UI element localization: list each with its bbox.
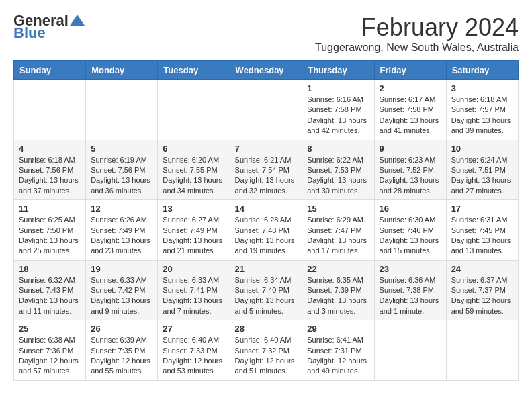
calendar-cell	[230, 80, 302, 140]
logo-icon	[70, 15, 85, 26]
day-info: Sunrise: 6:31 AM Sunset: 7:45 PM Dayligh…	[451, 215, 513, 257]
day-number: 29	[307, 324, 369, 334]
day-info: Sunrise: 6:18 AM Sunset: 7:57 PM Dayligh…	[451, 95, 513, 136]
calendar-cell: 6Sunrise: 6:20 AM Sunset: 7:55 PM Daylig…	[158, 140, 230, 200]
day-number: 12	[91, 203, 152, 214]
day-info: Sunrise: 6:37 AM Sunset: 7:37 PM Dayligh…	[451, 275, 513, 317]
day-number: 6	[163, 144, 224, 154]
day-number: 10	[451, 144, 513, 154]
day-header-saturday: Saturday	[446, 61, 518, 80]
day-info: Sunrise: 6:35 AM Sunset: 7:39 PM Dayligh…	[307, 275, 369, 317]
calendar-cell: 27Sunrise: 6:40 AM Sunset: 7:33 PM Dayli…	[158, 320, 230, 381]
day-info: Sunrise: 6:30 AM Sunset: 7:46 PM Dayligh…	[380, 215, 441, 257]
day-number: 16	[380, 203, 441, 214]
day-number: 26	[91, 324, 152, 334]
calendar-cell: 29Sunrise: 6:41 AM Sunset: 7:31 PM Dayli…	[302, 320, 374, 381]
calendar-week-1: 1Sunrise: 6:16 AM Sunset: 7:58 PM Daylig…	[14, 80, 519, 140]
day-info: Sunrise: 6:16 AM Sunset: 7:58 PM Dayligh…	[307, 95, 369, 136]
day-info: Sunrise: 6:32 AM Sunset: 7:43 PM Dayligh…	[19, 275, 81, 317]
day-number: 11	[19, 203, 81, 214]
day-info: Sunrise: 6:36 AM Sunset: 7:38 PM Dayligh…	[380, 275, 441, 317]
day-number: 24	[451, 264, 513, 274]
day-number: 3	[451, 83, 513, 93]
day-number: 21	[235, 264, 298, 274]
day-info: Sunrise: 6:34 AM Sunset: 7:40 PM Dayligh…	[235, 275, 298, 317]
day-info: Sunrise: 6:19 AM Sunset: 7:56 PM Dayligh…	[91, 155, 152, 197]
day-info: Sunrise: 6:17 AM Sunset: 7:58 PM Dayligh…	[380, 95, 441, 136]
calendar-cell: 9Sunrise: 6:23 AM Sunset: 7:52 PM Daylig…	[374, 140, 446, 200]
day-info: Sunrise: 6:28 AM Sunset: 7:48 PM Dayligh…	[235, 215, 298, 257]
title-section: February 2024 Tuggerawong, New South Wal…	[315, 13, 519, 54]
calendar-cell: 14Sunrise: 6:28 AM Sunset: 7:48 PM Dayli…	[230, 200, 302, 261]
calendar-cell: 7Sunrise: 6:21 AM Sunset: 7:54 PM Daylig…	[230, 140, 302, 200]
calendar-cell: 15Sunrise: 6:29 AM Sunset: 7:47 PM Dayli…	[302, 200, 374, 261]
calendar-cell: 10Sunrise: 6:24 AM Sunset: 7:51 PM Dayli…	[446, 140, 518, 200]
calendar-cell: 16Sunrise: 6:30 AM Sunset: 7:46 PM Dayli…	[374, 200, 446, 261]
calendar-cell: 12Sunrise: 6:26 AM Sunset: 7:49 PM Dayli…	[86, 200, 158, 261]
day-info: Sunrise: 6:39 AM Sunset: 7:35 PM Dayligh…	[91, 335, 152, 377]
day-header-monday: Monday	[86, 61, 158, 80]
day-header-sunday: Sunday	[14, 61, 86, 80]
day-number: 9	[380, 144, 441, 154]
day-number: 7	[235, 144, 298, 154]
day-number: 28	[235, 324, 298, 334]
day-info: Sunrise: 6:24 AM Sunset: 7:51 PM Dayligh…	[451, 155, 513, 197]
day-info: Sunrise: 6:38 AM Sunset: 7:36 PM Dayligh…	[19, 335, 81, 377]
day-info: Sunrise: 6:40 AM Sunset: 7:33 PM Dayligh…	[163, 335, 224, 377]
day-number: 22	[307, 264, 369, 274]
day-number: 2	[380, 83, 441, 93]
day-number: 5	[91, 144, 152, 154]
calendar-cell: 26Sunrise: 6:39 AM Sunset: 7:35 PM Dayli…	[86, 320, 158, 381]
calendar-cell	[374, 320, 446, 381]
calendar-cell: 28Sunrise: 6:40 AM Sunset: 7:32 PM Dayli…	[230, 320, 302, 381]
day-info: Sunrise: 6:41 AM Sunset: 7:31 PM Dayligh…	[307, 335, 369, 377]
calendar-cell: 24Sunrise: 6:37 AM Sunset: 7:37 PM Dayli…	[446, 260, 518, 320]
calendar-cell	[158, 80, 230, 140]
day-info: Sunrise: 6:29 AM Sunset: 7:47 PM Dayligh…	[307, 215, 369, 257]
day-number: 20	[163, 264, 224, 274]
day-info: Sunrise: 6:27 AM Sunset: 7:49 PM Dayligh…	[163, 215, 224, 257]
logo-blue-text: Blue	[13, 26, 46, 40]
header: General Blue February 2024 Tuggerawong, …	[13, 13, 519, 54]
calendar-cell	[14, 80, 86, 140]
day-header-thursday: Thursday	[302, 61, 374, 80]
day-number: 18	[19, 264, 81, 274]
calendar-cell: 19Sunrise: 6:33 AM Sunset: 7:42 PM Dayli…	[86, 260, 158, 320]
day-info: Sunrise: 6:25 AM Sunset: 7:50 PM Dayligh…	[19, 215, 81, 257]
calendar-week-2: 4Sunrise: 6:18 AM Sunset: 7:56 PM Daylig…	[14, 140, 519, 200]
day-number: 15	[307, 203, 369, 214]
day-number: 1	[307, 83, 369, 93]
day-info: Sunrise: 6:33 AM Sunset: 7:42 PM Dayligh…	[91, 275, 152, 317]
logo: General Blue	[13, 13, 85, 40]
calendar-cell: 5Sunrise: 6:19 AM Sunset: 7:56 PM Daylig…	[86, 140, 158, 200]
calendar-week-3: 11Sunrise: 6:25 AM Sunset: 7:50 PM Dayli…	[14, 200, 519, 261]
day-info: Sunrise: 6:26 AM Sunset: 7:49 PM Dayligh…	[91, 215, 152, 257]
location-subtitle: Tuggerawong, New South Wales, Australia	[315, 42, 519, 54]
calendar-week-5: 25Sunrise: 6:38 AM Sunset: 7:36 PM Dayli…	[14, 320, 519, 381]
calendar-cell: 25Sunrise: 6:38 AM Sunset: 7:36 PM Dayli…	[14, 320, 86, 381]
calendar-cell	[446, 320, 518, 381]
calendar-cell: 1Sunrise: 6:16 AM Sunset: 7:58 PM Daylig…	[302, 80, 374, 140]
day-number: 17	[451, 203, 513, 214]
calendar-cell: 21Sunrise: 6:34 AM Sunset: 7:40 PM Dayli…	[230, 260, 302, 320]
day-number: 4	[19, 144, 81, 154]
calendar-cell: 17Sunrise: 6:31 AM Sunset: 7:45 PM Dayli…	[446, 200, 518, 261]
day-number: 13	[163, 203, 224, 214]
calendar-cell: 20Sunrise: 6:33 AM Sunset: 7:41 PM Dayli…	[158, 260, 230, 320]
day-number: 25	[19, 324, 81, 334]
calendar-week-4: 18Sunrise: 6:32 AM Sunset: 7:43 PM Dayli…	[14, 260, 519, 320]
day-info: Sunrise: 6:23 AM Sunset: 7:52 PM Dayligh…	[380, 155, 441, 197]
calendar-cell: 3Sunrise: 6:18 AM Sunset: 7:57 PM Daylig…	[446, 80, 518, 140]
calendar-cell: 23Sunrise: 6:36 AM Sunset: 7:38 PM Dayli…	[374, 260, 446, 320]
day-info: Sunrise: 6:22 AM Sunset: 7:53 PM Dayligh…	[307, 155, 369, 197]
day-number: 23	[380, 264, 441, 274]
calendar-cell: 18Sunrise: 6:32 AM Sunset: 7:43 PM Dayli…	[14, 260, 86, 320]
calendar-cell: 4Sunrise: 6:18 AM Sunset: 7:56 PM Daylig…	[14, 140, 86, 200]
calendar-cell: 8Sunrise: 6:22 AM Sunset: 7:53 PM Daylig…	[302, 140, 374, 200]
day-info: Sunrise: 6:40 AM Sunset: 7:32 PM Dayligh…	[235, 335, 298, 377]
day-number: 14	[235, 203, 298, 214]
day-number: 8	[307, 144, 369, 154]
day-info: Sunrise: 6:33 AM Sunset: 7:41 PM Dayligh…	[163, 275, 224, 317]
calendar-table: SundayMondayTuesdayWednesdayThursdayFrid…	[13, 60, 519, 381]
month-title: February 2024	[315, 13, 519, 42]
